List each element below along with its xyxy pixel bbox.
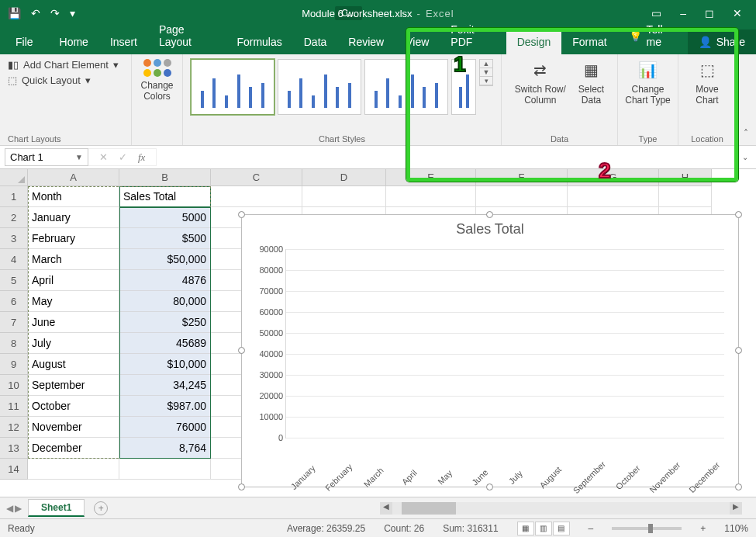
horizontal-scrollbar[interactable]: ◀▶ (380, 502, 742, 515)
zoom-level[interactable]: 110% (724, 523, 748, 534)
cell[interactable]: June (28, 312, 119, 333)
column-header[interactable]: H (659, 169, 712, 186)
row-header[interactable]: 1 (0, 186, 28, 207)
row-header[interactable]: 4 (0, 249, 28, 270)
page-break-view-icon[interactable]: ▤ (553, 522, 570, 535)
resize-handle[interactable] (735, 347, 742, 354)
cell[interactable]: $250 (119, 312, 211, 333)
add-chart-element-button[interactable]: ▮▯Add Chart Element▾ (8, 59, 119, 71)
cell[interactable]: November (28, 417, 119, 438)
chart-object[interactable]: Sales Total 0100002000030000400005000060… (241, 214, 739, 487)
cell[interactable]: 8,764 (119, 438, 211, 459)
chart-title[interactable]: Sales Total (242, 215, 738, 237)
tell-me-button[interactable]: 💡Tell me (618, 17, 688, 54)
new-sheet-button[interactable]: + (94, 501, 108, 515)
cell[interactable] (568, 186, 659, 207)
maximize-icon[interactable]: ◻ (705, 7, 714, 19)
cell[interactable] (119, 459, 211, 480)
select-all-cell[interactable] (0, 169, 28, 186)
cell[interactable]: July (28, 333, 119, 354)
scrollbar-thumb[interactable] (402, 502, 456, 515)
switch-row-column-button[interactable]: ⇄Switch Row/ Column (512, 59, 569, 106)
share-button[interactable]: 👤Share (688, 29, 756, 54)
cell[interactable]: 80,000 (119, 291, 211, 312)
row-header[interactable]: 10 (0, 375, 28, 396)
scroll-right-icon[interactable]: ▶ (730, 502, 742, 515)
row-header[interactable]: 6 (0, 291, 28, 312)
collapse-ribbon-icon[interactable]: ˄ (744, 128, 748, 139)
cell[interactable]: May (28, 291, 119, 312)
zoom-in-button[interactable]: + (700, 523, 706, 534)
row-header[interactable]: 5 (0, 270, 28, 291)
move-chart-button[interactable]: ⬚Move Chart (692, 59, 721, 106)
change-colors-button[interactable]: Change Colors (137, 59, 176, 102)
row-header[interactable]: 13 (0, 438, 28, 459)
change-chart-type-button[interactable]: 📊Change Chart Type (622, 59, 673, 106)
tab-home[interactable]: Home (49, 29, 99, 54)
tab-review[interactable]: Review (337, 29, 395, 54)
tab-design[interactable]: Design (506, 29, 562, 54)
scroll-left-icon[interactable]: ◀ (380, 502, 392, 515)
cell[interactable]: October (28, 396, 119, 417)
normal-view-icon[interactable]: ▦ (517, 522, 534, 535)
cell[interactable]: September (28, 375, 119, 396)
row-header[interactable]: 9 (0, 354, 28, 375)
row-header[interactable]: 7 (0, 312, 28, 333)
insert-function-icon[interactable]: fx (138, 151, 145, 164)
column-header[interactable]: B (119, 169, 211, 186)
cell[interactable]: $987.00 (119, 396, 211, 417)
cell[interactable]: March (28, 249, 119, 270)
name-box[interactable]: Chart 1▼ (5, 148, 88, 166)
resize-handle[interactable] (238, 483, 245, 490)
cell[interactable]: Sales Total (119, 186, 211, 207)
row-header[interactable]: 14 (0, 459, 28, 480)
chart-styles-gallery[interactable] (191, 59, 476, 115)
row-header[interactable]: 2 (0, 207, 28, 228)
gallery-up-icon[interactable]: ▲ (480, 60, 492, 68)
resize-handle[interactable] (486, 211, 493, 218)
tab-formulas[interactable]: Formulas (226, 29, 292, 54)
column-header[interactable]: D (302, 169, 386, 186)
row-header[interactable]: 11 (0, 396, 28, 417)
enter-formula-icon[interactable]: ✓ (119, 151, 127, 163)
cell[interactable]: February (28, 228, 119, 249)
cell[interactable] (659, 186, 712, 207)
cell[interactable]: 4876 (119, 270, 211, 291)
cell[interactable] (28, 459, 119, 480)
gallery-more-icon[interactable]: ▾ (480, 77, 492, 85)
chart-style-thumb[interactable] (191, 59, 274, 115)
tab-foxit-pdf[interactable]: Foxit PDF (440, 17, 506, 54)
cell[interactable]: $500 (119, 228, 211, 249)
redo-icon[interactable]: ↷ (50, 7, 60, 19)
resize-handle[interactable] (486, 483, 493, 490)
cell[interactable] (302, 186, 386, 207)
tab-format[interactable]: Format (561, 29, 617, 54)
resize-handle[interactable] (238, 347, 245, 354)
tab-insert[interactable]: Insert (99, 29, 148, 54)
resize-handle[interactable] (735, 483, 742, 490)
chart-style-thumb[interactable] (364, 59, 448, 115)
zoom-slider[interactable] (612, 527, 682, 530)
cell[interactable]: 76000 (119, 417, 211, 438)
tab-file[interactable]: File (0, 29, 49, 54)
cell[interactable]: 5000 (119, 207, 211, 228)
column-header[interactable]: C (211, 169, 302, 186)
select-data-button[interactable]: ▦Select Data (575, 59, 607, 106)
cell[interactable] (386, 186, 476, 207)
cancel-formula-icon[interactable]: ✕ (99, 151, 108, 163)
page-layout-view-icon[interactable]: ▥ (535, 522, 552, 535)
cell[interactable]: August (28, 354, 119, 375)
qat-dropdown-icon[interactable]: ▾ (70, 7, 75, 19)
tab-page-layout[interactable]: Page Layout (148, 17, 226, 54)
gallery-down-icon[interactable]: ▼ (480, 68, 492, 77)
sheet-nav-next-icon[interactable]: ▶ (15, 503, 22, 514)
gallery-scroll[interactable]: ▲▼▾ (479, 59, 493, 86)
close-icon[interactable]: ✕ (733, 7, 742, 19)
expand-formula-bar-icon[interactable]: ⌄ (734, 153, 756, 161)
column-header[interactable]: G (568, 169, 659, 186)
row-header[interactable]: 8 (0, 333, 28, 354)
row-header[interactable]: 12 (0, 417, 28, 438)
cell[interactable]: Month (28, 186, 119, 207)
sheet-nav-prev-icon[interactable]: ◀ (6, 503, 13, 514)
chart-plot-area[interactable]: 0100002000030000400005000060000700008000… (285, 249, 724, 438)
